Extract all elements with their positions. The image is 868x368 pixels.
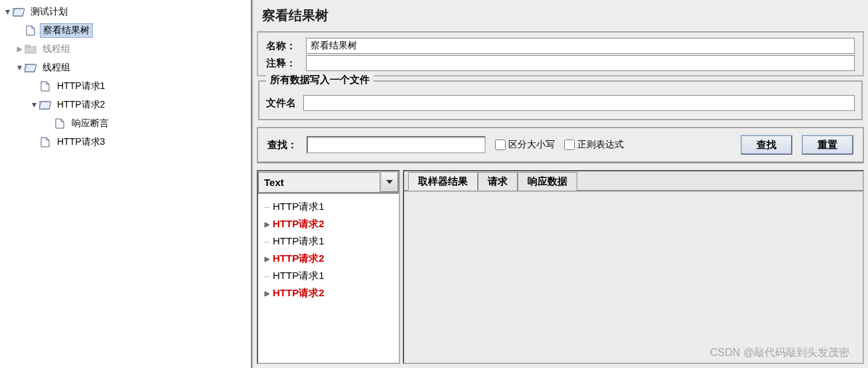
folder-open-icon	[38, 99, 52, 111]
tree-root-label: 测试计划	[28, 5, 70, 19]
document-icon	[53, 118, 66, 130]
write-file-fieldset: 所有数据写入一个文件 文件名	[258, 80, 863, 120]
filename-label: 文件名	[266, 97, 303, 110]
tree-panel: 测试计划 察看结果树 线程组 线程组 HTTP请求1	[0, 0, 252, 368]
chevron-down-icon[interactable]	[380, 171, 399, 193]
tree-assertion-label: 响应断言	[69, 117, 111, 130]
tab-response[interactable]: 响应数据	[518, 172, 577, 191]
tree-item-assertion[interactable]: 响应断言	[1, 114, 251, 133]
tree-expand-icon[interactable]	[262, 253, 271, 264]
tree-disabled-label: 线程组	[40, 43, 73, 56]
tree-item-results[interactable]: 察看结果树	[1, 21, 251, 40]
tree-selected-label: 察看结果树	[40, 23, 93, 38]
document-icon	[24, 25, 37, 37]
tree-http1-label: HTTP请求1	[54, 80, 108, 93]
tree-threadgroup-label: 线程组	[40, 61, 73, 74]
tree-expand-icon[interactable]	[16, 46, 23, 52]
regex-label: 正则表达式	[577, 139, 624, 151]
tree-leaf-icon	[262, 236, 271, 247]
results-list: HTTP请求1HTTP请求2HTTP请求1HTTP请求2HTTP请求1HTTP请…	[258, 194, 399, 363]
tree-item-http2[interactable]: HTTP请求2	[1, 96, 251, 114]
tree-leaf-icon	[262, 270, 271, 282]
search-bar: 查找： 区分大小写 正则表达式 查找 重置	[257, 127, 864, 163]
filename-input[interactable]	[303, 95, 855, 111]
regex-checkbox[interactable]: 正则表达式	[564, 139, 624, 151]
config-panel: 察看结果树 名称： 注释： 所有数据写入一个文件 文件名 查找： 区分大小写 正…	[252, 0, 868, 368]
tree-expand-icon[interactable]	[262, 219, 271, 230]
reset-button[interactable]: 重置	[802, 135, 853, 155]
tree-item-http3[interactable]: HTTP请求3	[1, 133, 251, 151]
tree-root[interactable]: 测试计划	[1, 3, 251, 21]
tree-collapse-icon[interactable]	[31, 102, 37, 108]
result-item-label: HTTP请求2	[273, 287, 325, 300]
result-item-label: HTTP请求1	[273, 201, 325, 213]
results-right-pane: 取样器结果 请求 响应数据	[403, 170, 864, 364]
name-label: 名称：	[266, 40, 306, 52]
tree-leaf-icon	[262, 201, 271, 213]
renderer-dropdown[interactable]: Text	[258, 171, 399, 194]
tree-item-http1[interactable]: HTTP请求1	[1, 77, 251, 96]
result-tabs: 取样器结果 请求 响应数据	[404, 171, 863, 191]
tab-content	[404, 191, 863, 363]
tree-collapse-icon[interactable]	[4, 9, 11, 15]
case-label: 区分大小写	[508, 139, 555, 151]
result-item-label: HTTP请求1	[273, 270, 325, 282]
result-item[interactable]: HTTP请求2	[262, 284, 395, 302]
tree-threadgroup-disabled[interactable]: 线程组	[1, 40, 251, 58]
app-root: 测试计划 察看结果树 线程组 线程组 HTTP请求1	[0, 0, 868, 368]
tree-http2-label: HTTP请求2	[54, 98, 108, 112]
dropdown-label: Text	[258, 172, 380, 193]
result-item-label: HTTP请求1	[273, 235, 325, 248]
tree-http3-label: HTTP请求3	[54, 136, 108, 149]
comment-label: 注释：	[266, 57, 306, 70]
folder-open-icon	[24, 62, 37, 74]
tree-collapse-icon[interactable]	[16, 64, 23, 71]
panel-title: 察看结果树	[253, 0, 868, 31]
result-item[interactable]: HTTP请求1	[262, 267, 395, 284]
result-item[interactable]: HTTP请求2	[262, 250, 395, 267]
comment-input[interactable]	[306, 55, 855, 71]
results-left-pane: Text HTTP请求1HTTP请求2HTTP请求1HTTP请求2HTTP请求1…	[257, 170, 400, 364]
result-item[interactable]: HTTP请求1	[262, 232, 395, 250]
tab-request[interactable]: 请求	[478, 172, 518, 191]
svg-rect-2	[25, 45, 30, 47]
find-button[interactable]: 查找	[741, 135, 792, 155]
name-input[interactable]	[306, 38, 855, 54]
case-sensitive-checkbox[interactable]: 区分大小写	[495, 139, 555, 151]
tree-threadgroup[interactable]: 线程组	[1, 58, 251, 77]
document-icon	[38, 136, 52, 148]
results-area: Text HTTP请求1HTTP请求2HTTP请求1HTTP请求2HTTP请求1…	[257, 170, 864, 364]
search-label: 查找：	[267, 139, 297, 151]
folder-disabled-icon	[24, 43, 37, 55]
folder-open-icon	[12, 6, 25, 18]
basic-fields: 名称： 注释：	[257, 31, 864, 76]
result-item[interactable]: HTTP请求2	[262, 215, 395, 232]
document-icon	[38, 80, 52, 92]
result-item[interactable]: HTTP请求1	[262, 198, 395, 215]
fieldset-legend: 所有数据写入一个文件	[266, 74, 374, 86]
search-input[interactable]	[307, 136, 486, 153]
result-item-label: HTTP请求2	[273, 252, 325, 265]
tree-expand-icon[interactable]	[262, 288, 271, 299]
result-item-label: HTTP请求2	[273, 218, 325, 230]
tab-sampler[interactable]: 取样器结果	[408, 172, 478, 191]
